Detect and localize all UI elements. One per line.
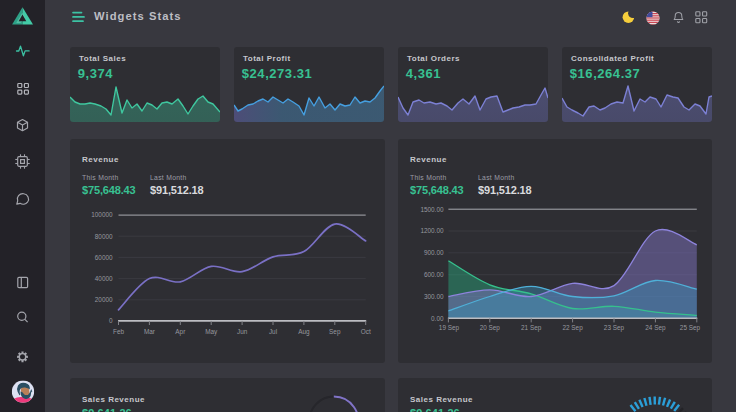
svg-text:40000: 40000 <box>95 275 113 282</box>
svg-text:Oct: Oct <box>361 328 371 335</box>
svg-text:80000: 80000 <box>95 233 113 240</box>
svg-text:May: May <box>205 328 218 336</box>
svg-text:22 Sep: 22 Sep <box>562 324 583 332</box>
svg-text:25 Sep: 25 Sep <box>680 324 701 332</box>
svg-text:1500.00: 1500.00 <box>420 206 444 213</box>
svg-text:21 Sep: 21 Sep <box>521 324 542 332</box>
svg-text:19 Sep: 19 Sep <box>439 324 460 332</box>
svg-text:Feb: Feb <box>113 328 124 335</box>
svg-text:Apr: Apr <box>175 328 186 336</box>
svg-text:24 Sep: 24 Sep <box>645 324 666 332</box>
svg-text:900.00: 900.00 <box>424 249 444 256</box>
svg-text:Aug: Aug <box>298 328 310 336</box>
svg-text:Jun: Jun <box>237 328 248 335</box>
svg-text:0.00: 0.00 <box>431 315 444 322</box>
svg-text:1200.00: 1200.00 <box>420 227 444 234</box>
svg-text:Sep: Sep <box>329 328 341 336</box>
svg-text:100000: 100000 <box>91 211 113 218</box>
svg-text:Mar: Mar <box>144 328 156 335</box>
svg-text:600.00: 600.00 <box>424 271 444 278</box>
svg-text:20 Sep: 20 Sep <box>480 324 501 332</box>
svg-text:300.00: 300.00 <box>424 293 444 300</box>
svg-text:20000: 20000 <box>95 296 113 303</box>
svg-text:60000: 60000 <box>95 254 113 261</box>
svg-text:23 Sep: 23 Sep <box>604 324 625 332</box>
svg-text:Jul: Jul <box>269 328 277 335</box>
svg-text:0: 0 <box>109 317 113 324</box>
